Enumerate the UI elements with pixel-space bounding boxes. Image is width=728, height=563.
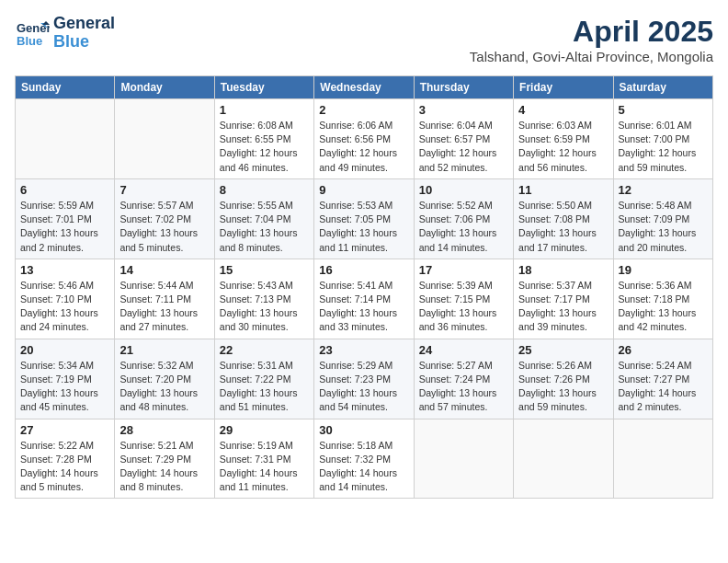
- day-detail: Sunrise: 6:08 AM Sunset: 6:55 PM Dayligh…: [220, 119, 309, 175]
- calendar-day-19: 19Sunrise: 5:36 AM Sunset: 7:18 PM Dayli…: [613, 259, 712, 339]
- day-detail: Sunrise: 5:36 AM Sunset: 7:18 PM Dayligh…: [619, 279, 708, 335]
- weekday-header-saturday: Saturday: [613, 76, 712, 99]
- calendar-week-row: 20Sunrise: 5:34 AM Sunset: 7:19 PM Dayli…: [16, 339, 713, 419]
- calendar-day-18: 18Sunrise: 5:37 AM Sunset: 7:17 PM Dayli…: [514, 259, 613, 339]
- day-number: 18: [518, 263, 608, 277]
- day-detail: Sunrise: 5:29 AM Sunset: 7:23 PM Dayligh…: [319, 359, 408, 415]
- calendar-day-5: 5Sunrise: 6:01 AM Sunset: 7:00 PM Daylig…: [613, 99, 712, 179]
- day-detail: Sunrise: 5:32 AM Sunset: 7:20 PM Dayligh…: [119, 359, 209, 415]
- day-number: 22: [220, 343, 309, 357]
- day-number: 19: [619, 263, 708, 277]
- month-year: April 2025: [470, 15, 713, 49]
- day-detail: Sunrise: 5:43 AM Sunset: 7:13 PM Dayligh…: [220, 279, 309, 335]
- calendar-day-22: 22Sunrise: 5:31 AM Sunset: 7:22 PM Dayli…: [214, 339, 313, 419]
- day-detail: Sunrise: 5:24 AM Sunset: 7:27 PM Dayligh…: [619, 359, 708, 415]
- logo-icon: General Blue: [15, 16, 50, 51]
- day-number: 9: [319, 183, 408, 197]
- day-detail: Sunrise: 5:34 AM Sunset: 7:19 PM Dayligh…: [20, 359, 109, 415]
- calendar-day-2: 2Sunrise: 6:06 AM Sunset: 6:56 PM Daylig…: [314, 99, 414, 179]
- calendar-week-row: 1Sunrise: 6:08 AM Sunset: 6:55 PM Daylig…: [16, 99, 713, 179]
- weekday-header-tuesday: Tuesday: [214, 76, 313, 99]
- calendar-week-row: 27Sunrise: 5:22 AM Sunset: 7:28 PM Dayli…: [16, 419, 713, 499]
- day-number: 24: [419, 343, 508, 357]
- logo: General Blue General Blue: [15, 15, 115, 52]
- logo-text: General Blue: [53, 15, 115, 52]
- calendar-empty-cell: [613, 419, 712, 499]
- day-number: 1: [220, 103, 309, 117]
- calendar-empty-cell: [115, 99, 214, 179]
- day-detail: Sunrise: 5:48 AM Sunset: 7:09 PM Dayligh…: [619, 199, 708, 255]
- day-detail: Sunrise: 5:31 AM Sunset: 7:22 PM Dayligh…: [220, 359, 309, 415]
- calendar-day-26: 26Sunrise: 5:24 AM Sunset: 7:27 PM Dayli…: [613, 339, 712, 419]
- calendar-day-29: 29Sunrise: 5:19 AM Sunset: 7:31 PM Dayli…: [214, 419, 313, 499]
- logo-line1: General: [53, 14, 115, 32]
- day-number: 29: [220, 423, 309, 437]
- weekday-header-monday: Monday: [115, 76, 214, 99]
- day-detail: Sunrise: 5:19 AM Sunset: 7:31 PM Dayligh…: [220, 439, 309, 495]
- day-number: 17: [419, 263, 508, 277]
- day-number: 27: [20, 423, 109, 437]
- calendar-day-10: 10Sunrise: 5:52 AM Sunset: 7:06 PM Dayli…: [414, 178, 513, 259]
- calendar-day-25: 25Sunrise: 5:26 AM Sunset: 7:26 PM Dayli…: [514, 339, 613, 419]
- day-number: 4: [518, 103, 608, 117]
- day-number: 23: [319, 343, 408, 357]
- day-number: 2: [319, 103, 408, 117]
- day-number: 3: [419, 103, 508, 117]
- day-detail: Sunrise: 5:59 AM Sunset: 7:01 PM Dayligh…: [20, 199, 109, 255]
- day-number: 6: [20, 183, 109, 197]
- day-number: 12: [619, 183, 708, 197]
- day-number: 20: [20, 343, 109, 357]
- day-number: 14: [119, 263, 209, 277]
- day-detail: Sunrise: 5:27 AM Sunset: 7:24 PM Dayligh…: [419, 359, 508, 415]
- day-number: 16: [319, 263, 408, 277]
- calendar: SundayMondayTuesdayWednesdayThursdayFrid…: [15, 75, 713, 499]
- day-detail: Sunrise: 5:46 AM Sunset: 7:10 PM Dayligh…: [20, 279, 109, 335]
- calendar-empty-cell: [514, 419, 613, 499]
- day-number: 26: [619, 343, 708, 357]
- location: Talshand, Govi-Altai Province, Mongolia: [470, 49, 713, 64]
- calendar-week-row: 6Sunrise: 5:59 AM Sunset: 7:01 PM Daylig…: [16, 178, 713, 259]
- svg-text:Blue: Blue: [17, 34, 42, 48]
- day-detail: Sunrise: 5:44 AM Sunset: 7:11 PM Dayligh…: [119, 279, 209, 335]
- calendar-day-11: 11Sunrise: 5:50 AM Sunset: 7:08 PM Dayli…: [514, 178, 613, 259]
- day-detail: Sunrise: 5:41 AM Sunset: 7:14 PM Dayligh…: [319, 279, 408, 335]
- calendar-day-27: 27Sunrise: 5:22 AM Sunset: 7:28 PM Dayli…: [16, 419, 115, 499]
- day-detail: Sunrise: 6:06 AM Sunset: 6:56 PM Dayligh…: [319, 119, 408, 175]
- calendar-day-15: 15Sunrise: 5:43 AM Sunset: 7:13 PM Dayli…: [214, 259, 313, 339]
- day-detail: Sunrise: 5:50 AM Sunset: 7:08 PM Dayligh…: [518, 199, 608, 255]
- calendar-day-3: 3Sunrise: 6:04 AM Sunset: 6:57 PM Daylig…: [414, 99, 513, 179]
- calendar-week-row: 13Sunrise: 5:46 AM Sunset: 7:10 PM Dayli…: [16, 259, 713, 339]
- day-detail: Sunrise: 5:55 AM Sunset: 7:04 PM Dayligh…: [220, 199, 309, 255]
- day-number: 10: [419, 183, 508, 197]
- calendar-day-17: 17Sunrise: 5:39 AM Sunset: 7:15 PM Dayli…: [414, 259, 513, 339]
- weekday-header-thursday: Thursday: [414, 76, 513, 99]
- calendar-day-12: 12Sunrise: 5:48 AM Sunset: 7:09 PM Dayli…: [613, 178, 712, 259]
- calendar-day-23: 23Sunrise: 5:29 AM Sunset: 7:23 PM Dayli…: [314, 339, 414, 419]
- calendar-empty-cell: [414, 419, 513, 499]
- day-number: 8: [220, 183, 309, 197]
- calendar-day-16: 16Sunrise: 5:41 AM Sunset: 7:14 PM Dayli…: [314, 259, 414, 339]
- calendar-empty-cell: [16, 99, 115, 179]
- calendar-day-8: 8Sunrise: 5:55 AM Sunset: 7:04 PM Daylig…: [214, 178, 313, 259]
- day-detail: Sunrise: 5:53 AM Sunset: 7:05 PM Dayligh…: [319, 199, 408, 255]
- day-detail: Sunrise: 6:04 AM Sunset: 6:57 PM Dayligh…: [419, 119, 508, 175]
- logo-line2: Blue: [53, 32, 89, 51]
- day-number: 5: [619, 103, 708, 117]
- day-detail: Sunrise: 6:03 AM Sunset: 6:59 PM Dayligh…: [518, 119, 608, 175]
- day-detail: Sunrise: 5:26 AM Sunset: 7:26 PM Dayligh…: [518, 359, 608, 415]
- day-detail: Sunrise: 5:57 AM Sunset: 7:02 PM Dayligh…: [119, 199, 209, 255]
- day-detail: Sunrise: 5:18 AM Sunset: 7:32 PM Dayligh…: [319, 439, 408, 495]
- calendar-day-30: 30Sunrise: 5:18 AM Sunset: 7:32 PM Dayli…: [314, 419, 414, 499]
- day-number: 7: [119, 183, 209, 197]
- calendar-day-13: 13Sunrise: 5:46 AM Sunset: 7:10 PM Dayli…: [16, 259, 115, 339]
- weekday-header-row: SundayMondayTuesdayWednesdayThursdayFrid…: [16, 76, 713, 99]
- day-detail: Sunrise: 6:01 AM Sunset: 7:00 PM Dayligh…: [619, 119, 708, 175]
- calendar-day-6: 6Sunrise: 5:59 AM Sunset: 7:01 PM Daylig…: [16, 178, 115, 259]
- calendar-day-4: 4Sunrise: 6:03 AM Sunset: 6:59 PM Daylig…: [514, 99, 613, 179]
- header: General Blue General Blue April 2025 Tal…: [15, 15, 713, 64]
- calendar-day-14: 14Sunrise: 5:44 AM Sunset: 7:11 PM Dayli…: [115, 259, 214, 339]
- calendar-day-21: 21Sunrise: 5:32 AM Sunset: 7:20 PM Dayli…: [115, 339, 214, 419]
- calendar-day-28: 28Sunrise: 5:21 AM Sunset: 7:29 PM Dayli…: [115, 419, 214, 499]
- day-detail: Sunrise: 5:22 AM Sunset: 7:28 PM Dayligh…: [20, 439, 109, 495]
- calendar-day-24: 24Sunrise: 5:27 AM Sunset: 7:24 PM Dayli…: [414, 339, 513, 419]
